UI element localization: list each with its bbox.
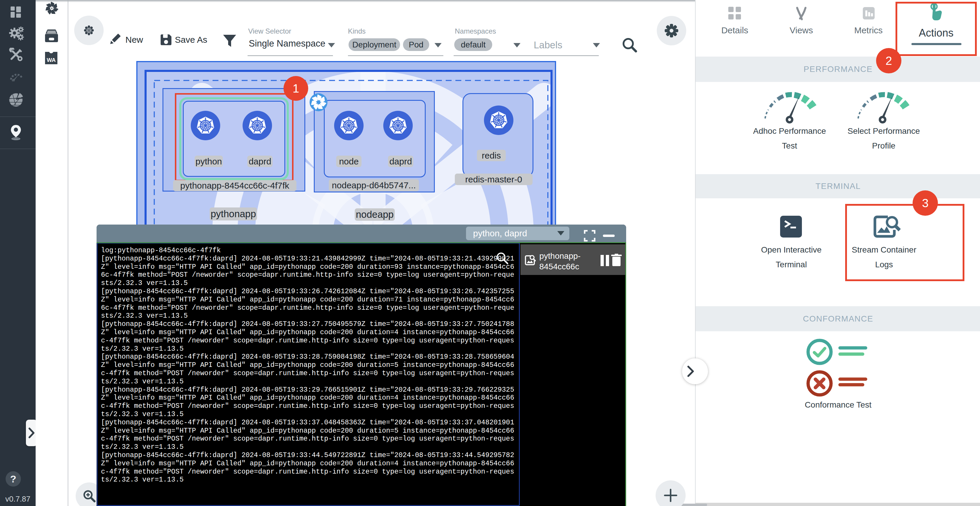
svg-text:WA: WA bbox=[47, 57, 56, 63]
